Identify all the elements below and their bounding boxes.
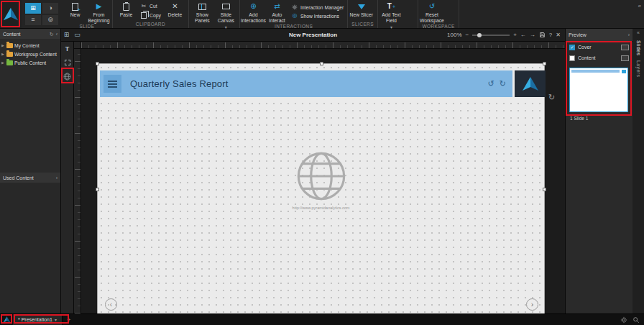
watermark-url: http://www.pyramidanalytics.com <box>293 206 350 210</box>
preview-panel: Preview › ✓ Cover Content 1 Slide 1 <box>565 29 632 313</box>
copy-button[interactable]: Copy <box>140 12 161 19</box>
layer-row-cover[interactable]: ✓ Cover <box>566 42 632 52</box>
checkbox-unchecked[interactable] <box>569 55 575 61</box>
canvas-icon <box>222 4 230 9</box>
collapse-strip-icon[interactable]: « <box>637 30 640 35</box>
tree-item-workgroup-content[interactable]: ▶ Workgroup Content <box>1 50 59 58</box>
auto-interact-button[interactable]: ⇄ Auto Interact <box>265 0 289 24</box>
button-label: Reset Workspace <box>420 12 444 24</box>
tree-item-label: My Content <box>14 43 40 48</box>
slide-canvas[interactable]: Quarterly Sales Report ↺ ↻ http://www.py… <box>81 49 565 313</box>
layer-row-content[interactable]: Content <box>566 52 632 63</box>
layer-label: Cover <box>578 45 592 50</box>
close-button[interactable]: ✕ <box>556 32 561 38</box>
settings-gear-icon[interactable] <box>620 316 627 324</box>
vertical-ruler <box>74 49 81 313</box>
selection-handle-top-right[interactable] <box>543 62 546 65</box>
add-tab-button[interactable]: + <box>63 316 75 324</box>
tree-item-public-content[interactable]: ▶ Public Content <box>1 58 59 67</box>
new-slide-button[interactable]: New <box>63 0 87 24</box>
add-circle-icon: ⊕ <box>250 2 256 11</box>
slide-undo-icon[interactable]: ↺ <box>488 80 494 88</box>
group-caption: SLICERS <box>349 22 376 28</box>
button-label: Interaction Manager <box>300 5 344 10</box>
redo-button[interactable]: → <box>530 32 535 38</box>
delete-x-icon: ✕ <box>172 2 178 11</box>
globe-tool-button[interactable] <box>63 71 73 81</box>
new-slicer-button[interactable]: New Slicer <box>349 0 373 22</box>
ribbon-group-clipboard: Paste ✂ Cut Copy ✕ Delete CLI <box>113 0 189 28</box>
prev-slide-button[interactable]: ‹ <box>105 298 117 311</box>
tab-layers[interactable]: Layers <box>636 60 641 77</box>
layout-grid-icon[interactable]: ⊞ <box>25 3 41 14</box>
paste-button[interactable]: Paste <box>114 0 138 22</box>
selection-handle-mid-left[interactable] <box>96 188 99 191</box>
show-gridlines-icon[interactable]: ⊞ <box>61 32 72 38</box>
expander-icon[interactable]: ▶ <box>1 52 5 56</box>
reset-workspace-button[interactable]: ↺ Reset Workspace <box>420 0 443 24</box>
content-panel-header: Content ↻ ‹ <box>0 29 60 39</box>
swap-arrows-icon: ⇄ <box>274 2 280 11</box>
search-icon[interactable] <box>632 316 640 324</box>
marquee-select-tool[interactable] <box>63 58 73 68</box>
collapse-panel-icon[interactable]: ‹ <box>56 175 58 180</box>
presentation-tab[interactable]: * Presentation1 ▾ <box>13 314 63 325</box>
show-interactions-button[interactable]: ◎ Show Interactions <box>291 13 344 19</box>
ribbon-group-text-fields: T+ Add Text Field ▾ TEXT FIELDS <box>378 0 418 28</box>
app-logo-button[interactable] <box>0 0 22 28</box>
gear-icon <box>292 4 298 10</box>
tab-slides[interactable]: Slides <box>636 40 641 55</box>
menu-lines-icon[interactable]: ≡ <box>25 15 41 26</box>
zoom-slider-knob[interactable] <box>477 33 482 37</box>
slide-title-text[interactable]: Quarterly Sales Report <box>130 78 229 89</box>
selection-handle-top-left[interactable] <box>96 62 99 65</box>
checkbox-checked[interactable]: ✓ <box>569 45 575 50</box>
home-button[interactable] <box>0 314 13 325</box>
zoom-slider[interactable] <box>472 35 510 36</box>
add-text-field-button[interactable]: T+ Add Text Field ▾ <box>380 0 403 29</box>
slide-logo-block[interactable] <box>515 70 546 97</box>
show-panels-button[interactable]: Show Panels <box>190 0 214 29</box>
delete-button[interactable]: ✕ Delete <box>163 0 187 22</box>
canvas-size-icon[interactable]: ▭ <box>72 32 83 38</box>
hamburger-icon <box>108 81 117 82</box>
from-beginning-button[interactable]: ▶ From Beginning <box>87 0 111 24</box>
slide[interactable]: Quarterly Sales Report ↺ ↻ http://www.py… <box>97 63 545 313</box>
bottom-tab-bar: * Presentation1 ▾ + <box>0 313 644 325</box>
save-icon[interactable] <box>539 32 546 38</box>
help-button[interactable]: ? <box>549 32 552 38</box>
slide-thumbnail[interactable] <box>569 68 628 112</box>
refresh-icon[interactable]: ↻ <box>50 32 54 37</box>
contrast-toggle-icon[interactable]: ◑ <box>42 3 58 14</box>
clipboard-icon <box>123 3 129 11</box>
text-tool-icon: T <box>387 3 392 10</box>
tree-item-my-content[interactable]: ▶ My Content <box>1 41 59 50</box>
collapse-ribbon-icon[interactable]: « <box>638 3 641 9</box>
rotate-handle-icon[interactable]: ↻ <box>548 93 555 101</box>
expander-icon[interactable]: ▶ <box>1 43 5 47</box>
panel-title: Content <box>3 32 21 37</box>
folder-icon <box>6 60 13 65</box>
thumbnail-band <box>571 70 620 73</box>
sphere-view-icon[interactable]: ⊚ <box>42 15 58 26</box>
selection-handle-mid-right[interactable] <box>543 188 546 191</box>
thumbnail-caption: 1 Slide 1 <box>566 114 632 123</box>
text-tool-button[interactable]: T <box>63 44 73 54</box>
cut-button[interactable]: ✂ Cut <box>140 4 161 9</box>
add-interactions-button[interactable]: ⊕ Add Interactions <box>242 0 265 24</box>
expander-icon[interactable]: ▶ <box>1 60 5 65</box>
zoom-in-button[interactable]: + <box>513 32 517 38</box>
slide-redo-icon[interactable]: ↻ <box>500 80 506 88</box>
hamburger-menu-button[interactable] <box>104 75 121 93</box>
collapse-panel-icon[interactable]: ‹ <box>56 32 58 37</box>
slide-canvas-button[interactable]: Slide Canvas ▾ <box>214 0 238 29</box>
play-icon: ▶ <box>96 2 102 11</box>
zoom-out-button[interactable]: − <box>466 32 469 38</box>
reset-arrow-icon: ↺ <box>429 2 435 11</box>
undo-button[interactable]: ← <box>520 32 526 38</box>
interaction-manager-button[interactable]: Interaction Manager <box>291 4 344 10</box>
next-slide-button[interactable]: › <box>526 298 538 311</box>
collapse-panel-icon[interactable]: › <box>628 32 630 37</box>
slide-title-band[interactable]: Quarterly Sales Report ↺ ↻ <box>100 70 512 97</box>
selection-handle-top-mid[interactable] <box>320 62 323 65</box>
